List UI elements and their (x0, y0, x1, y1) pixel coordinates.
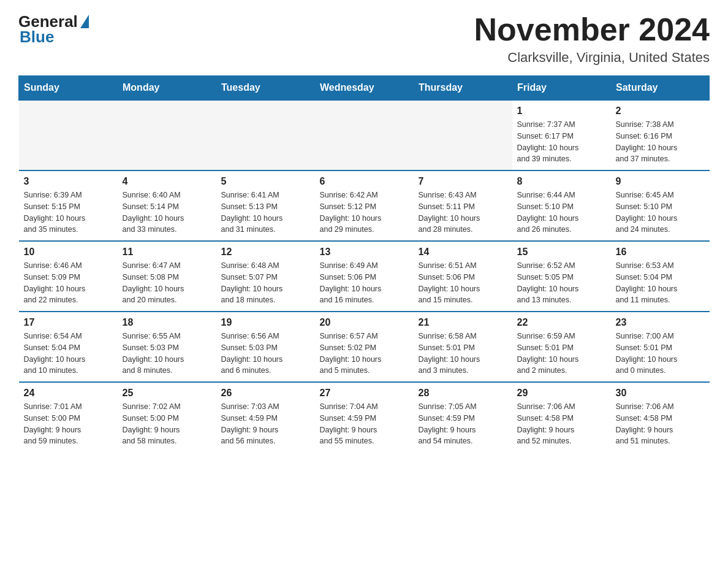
calendar-cell: 10Sunrise: 6:46 AM Sunset: 5:09 PM Dayli… (19, 241, 118, 312)
calendar-cell: 13Sunrise: 6:49 AM Sunset: 5:06 PM Dayli… (315, 241, 414, 312)
calendar-cell: 19Sunrise: 6:56 AM Sunset: 5:03 PM Dayli… (216, 312, 315, 382)
day-number: 30 (616, 388, 705, 399)
calendar-cell (315, 100, 414, 170)
day-number: 20 (320, 317, 409, 328)
day-of-week-header: Tuesday (216, 76, 315, 101)
day-number: 12 (221, 247, 310, 258)
calendar-cell: 5Sunrise: 6:41 AM Sunset: 5:13 PM Daylig… (216, 170, 315, 241)
calendar-cell: 18Sunrise: 6:55 AM Sunset: 5:03 PM Dayli… (118, 312, 216, 382)
day-number: 8 (517, 176, 606, 187)
day-info: Sunrise: 6:40 AM Sunset: 5:14 PM Dayligh… (123, 190, 211, 236)
calendar-cell: 1Sunrise: 7:37 AM Sunset: 6:17 PM Daylig… (512, 100, 611, 170)
day-info: Sunrise: 6:47 AM Sunset: 5:08 PM Dayligh… (123, 260, 211, 306)
calendar-cell: 29Sunrise: 7:06 AM Sunset: 4:58 PM Dayli… (512, 382, 611, 452)
day-number: 7 (419, 176, 507, 187)
calendar-header: SundayMondayTuesdayWednesdayThursdayFrid… (19, 76, 710, 101)
day-number: 25 (123, 388, 211, 399)
day-number: 2 (616, 105, 705, 117)
day-number: 9 (616, 176, 705, 187)
calendar-cell: 17Sunrise: 6:54 AM Sunset: 5:04 PM Dayli… (19, 312, 118, 382)
day-info: Sunrise: 6:56 AM Sunset: 5:03 PM Dayligh… (221, 331, 310, 377)
day-info: Sunrise: 6:39 AM Sunset: 5:15 PM Dayligh… (24, 190, 113, 236)
logo-triangle-icon (80, 15, 89, 28)
calendar-cell: 2Sunrise: 7:38 AM Sunset: 6:16 PM Daylig… (611, 100, 710, 170)
calendar-cell: 4Sunrise: 6:40 AM Sunset: 5:14 PM Daylig… (118, 170, 216, 241)
calendar-week-row: 3Sunrise: 6:39 AM Sunset: 5:15 PM Daylig… (19, 170, 710, 241)
day-info: Sunrise: 6:57 AM Sunset: 5:02 PM Dayligh… (320, 331, 409, 377)
day-number: 17 (24, 317, 113, 328)
calendar-week-row: 24Sunrise: 7:01 AM Sunset: 5:00 PM Dayli… (19, 382, 710, 452)
day-of-week-header: Wednesday (315, 76, 414, 101)
calendar-cell: 8Sunrise: 6:44 AM Sunset: 5:10 PM Daylig… (512, 170, 611, 241)
day-info: Sunrise: 6:58 AM Sunset: 5:01 PM Dayligh… (419, 331, 507, 377)
day-info: Sunrise: 7:06 AM Sunset: 4:58 PM Dayligh… (616, 401, 705, 447)
day-number: 21 (419, 317, 507, 328)
day-info: Sunrise: 6:55 AM Sunset: 5:03 PM Dayligh… (123, 331, 211, 377)
day-info: Sunrise: 6:59 AM Sunset: 5:01 PM Dayligh… (517, 331, 606, 377)
day-number: 29 (517, 388, 606, 399)
calendar-cell: 27Sunrise: 7:04 AM Sunset: 4:59 PM Dayli… (315, 382, 414, 452)
logo-blue-text: Blue (18, 28, 54, 47)
day-info: Sunrise: 6:52 AM Sunset: 5:05 PM Dayligh… (517, 260, 606, 306)
day-number: 4 (123, 176, 211, 187)
day-info: Sunrise: 7:04 AM Sunset: 4:59 PM Dayligh… (320, 401, 409, 447)
day-number: 27 (320, 388, 409, 399)
calendar-body: 1Sunrise: 7:37 AM Sunset: 6:17 PM Daylig… (19, 100, 710, 452)
day-number: 23 (616, 317, 705, 328)
calendar-table: SundayMondayTuesdayWednesdayThursdayFrid… (18, 75, 710, 452)
page-header: General Blue November 2024 Clarksville, … (18, 12, 710, 66)
day-info: Sunrise: 7:37 AM Sunset: 6:17 PM Dayligh… (517, 119, 606, 165)
calendar-cell: 3Sunrise: 6:39 AM Sunset: 5:15 PM Daylig… (19, 170, 118, 241)
calendar-cell (216, 100, 315, 170)
day-info: Sunrise: 6:54 AM Sunset: 5:04 PM Dayligh… (24, 331, 113, 377)
day-info: Sunrise: 7:06 AM Sunset: 4:58 PM Dayligh… (517, 401, 606, 447)
day-of-week-header: Monday (118, 76, 216, 101)
calendar-cell: 11Sunrise: 6:47 AM Sunset: 5:08 PM Dayli… (118, 241, 216, 312)
day-number: 11 (123, 247, 211, 258)
calendar-cell: 24Sunrise: 7:01 AM Sunset: 5:00 PM Dayli… (19, 382, 118, 452)
day-info: Sunrise: 7:00 AM Sunset: 5:01 PM Dayligh… (616, 331, 705, 377)
logo: General Blue (18, 12, 89, 47)
calendar-cell (19, 100, 118, 170)
day-info: Sunrise: 7:01 AM Sunset: 5:00 PM Dayligh… (24, 401, 113, 447)
calendar-cell: 30Sunrise: 7:06 AM Sunset: 4:58 PM Dayli… (611, 382, 710, 452)
calendar-cell: 26Sunrise: 7:03 AM Sunset: 4:59 PM Dayli… (216, 382, 315, 452)
day-info: Sunrise: 6:53 AM Sunset: 5:04 PM Dayligh… (616, 260, 705, 306)
calendar-week-row: 17Sunrise: 6:54 AM Sunset: 5:04 PM Dayli… (19, 312, 710, 382)
calendar-cell: 23Sunrise: 7:00 AM Sunset: 5:01 PM Dayli… (611, 312, 710, 382)
day-number: 15 (517, 247, 606, 258)
calendar-cell: 21Sunrise: 6:58 AM Sunset: 5:01 PM Dayli… (414, 312, 512, 382)
day-info: Sunrise: 7:05 AM Sunset: 4:59 PM Dayligh… (419, 401, 507, 447)
calendar-cell (414, 100, 512, 170)
calendar-cell: 9Sunrise: 6:45 AM Sunset: 5:10 PM Daylig… (611, 170, 710, 241)
calendar-title: November 2024 (474, 12, 710, 47)
day-info: Sunrise: 6:41 AM Sunset: 5:13 PM Dayligh… (221, 190, 310, 236)
day-number: 28 (419, 388, 507, 399)
day-number: 6 (320, 176, 409, 187)
day-number: 10 (24, 247, 113, 258)
calendar-cell: 28Sunrise: 7:05 AM Sunset: 4:59 PM Dayli… (414, 382, 512, 452)
calendar-cell: 20Sunrise: 6:57 AM Sunset: 5:02 PM Dayli… (315, 312, 414, 382)
day-info: Sunrise: 6:44 AM Sunset: 5:10 PM Dayligh… (517, 190, 606, 236)
day-info: Sunrise: 7:38 AM Sunset: 6:16 PM Dayligh… (616, 119, 705, 165)
day-number: 5 (221, 176, 310, 187)
day-info: Sunrise: 6:51 AM Sunset: 5:06 PM Dayligh… (419, 260, 507, 306)
day-of-week-header: Saturday (611, 76, 710, 101)
day-info: Sunrise: 6:49 AM Sunset: 5:06 PM Dayligh… (320, 260, 409, 306)
day-number: 14 (419, 247, 507, 258)
day-number: 16 (616, 247, 705, 258)
day-number: 1 (517, 105, 606, 117)
calendar-title-section: November 2024 Clarksville, Virginia, Uni… (474, 12, 710, 66)
calendar-cell: 12Sunrise: 6:48 AM Sunset: 5:07 PM Dayli… (216, 241, 315, 312)
calendar-week-row: 10Sunrise: 6:46 AM Sunset: 5:09 PM Dayli… (19, 241, 710, 312)
day-number: 22 (517, 317, 606, 328)
days-of-week-row: SundayMondayTuesdayWednesdayThursdayFrid… (19, 76, 710, 101)
day-number: 24 (24, 388, 113, 399)
calendar-cell: 15Sunrise: 6:52 AM Sunset: 5:05 PM Dayli… (512, 241, 611, 312)
calendar-cell: 7Sunrise: 6:43 AM Sunset: 5:11 PM Daylig… (414, 170, 512, 241)
day-number: 26 (221, 388, 310, 399)
day-info: Sunrise: 6:42 AM Sunset: 5:12 PM Dayligh… (320, 190, 409, 236)
day-info: Sunrise: 6:45 AM Sunset: 5:10 PM Dayligh… (616, 190, 705, 236)
day-info: Sunrise: 6:43 AM Sunset: 5:11 PM Dayligh… (419, 190, 507, 236)
day-number: 13 (320, 247, 409, 258)
